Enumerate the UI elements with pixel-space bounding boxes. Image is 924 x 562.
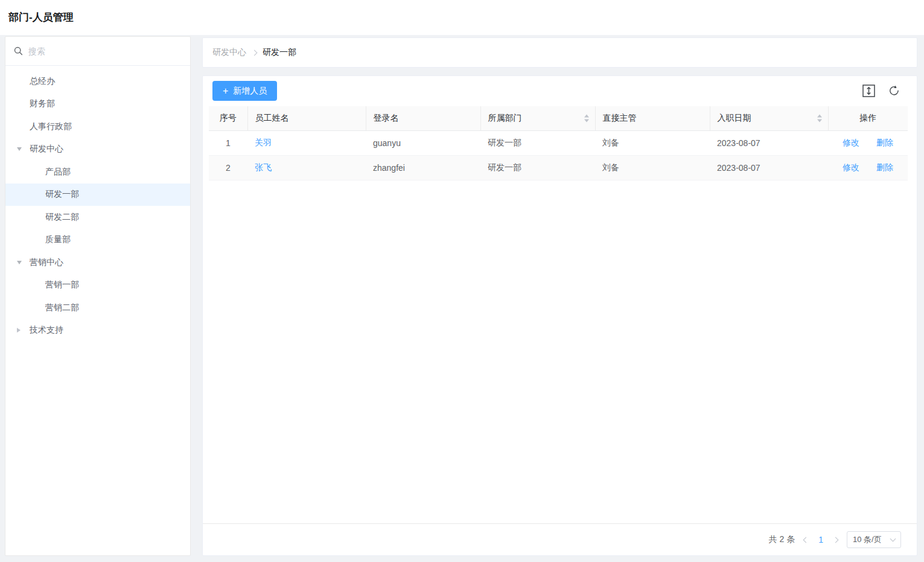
tree-node-label: 产品部 bbox=[45, 167, 71, 177]
column-header-login: 登录名 bbox=[366, 106, 480, 130]
tree-node-label: 营销二部 bbox=[45, 302, 79, 313]
cell-manager: 刘备 bbox=[595, 130, 710, 155]
table-row: 2 张飞 zhangfei 研发一部 刘备 2023-08-07 修改 删除 bbox=[209, 155, 908, 180]
delete-link[interactable]: 删除 bbox=[876, 138, 893, 147]
cell-actions: 修改 删除 bbox=[828, 130, 908, 155]
column-header-index: 序号 bbox=[209, 106, 247, 130]
cell-department: 研发一部 bbox=[480, 130, 595, 155]
tree-node-label: 营销中心 bbox=[30, 257, 63, 268]
cell-department: 研发一部 bbox=[480, 155, 595, 180]
edit-link[interactable]: 修改 bbox=[843, 162, 859, 172]
tree-node-label: 人事行政部 bbox=[30, 121, 72, 132]
employee-table: 序号 员工姓名 登录名 所属部门 直接主管 入职日期 操作 bbox=[209, 106, 908, 180]
cell-manager: 刘备 bbox=[595, 155, 710, 180]
tree-node[interactable]: 营销中心 bbox=[5, 251, 190, 274]
tree-node[interactable]: 财务部 bbox=[5, 93, 190, 116]
caret-right-icon[interactable] bbox=[17, 328, 21, 333]
add-person-button[interactable]: + 新增人员 bbox=[212, 81, 277, 101]
plus-icon: + bbox=[223, 86, 228, 96]
top-bar: 部门-人员管理 bbox=[0, 0, 924, 35]
tree-node-label: 质量部 bbox=[45, 234, 71, 245]
page-title: 部门-人员管理 bbox=[8, 0, 74, 35]
sort-carets-icon[interactable] bbox=[584, 114, 589, 122]
tree-node[interactable]: 技术支持 bbox=[5, 319, 190, 342]
department-sidebar: 总经办 财务部 人事行政部 研发中心 产品部 研发一部 研发二部 质量部 营销中… bbox=[5, 36, 191, 556]
caret-down-icon[interactable] bbox=[17, 147, 22, 151]
breadcrumb-item-current: 研发一部 bbox=[263, 47, 296, 58]
employee-name-link[interactable]: 张飞 bbox=[255, 162, 272, 172]
cell-index: 1 bbox=[209, 130, 247, 155]
tree-node-label: 总经办 bbox=[30, 76, 55, 87]
tree-node[interactable]: 总经办 bbox=[5, 70, 190, 93]
cell-name: 张飞 bbox=[247, 155, 366, 180]
cell-login: zhangfei bbox=[366, 155, 480, 180]
delete-link[interactable]: 删除 bbox=[876, 162, 893, 172]
pagination-total: 共 2 条 bbox=[769, 534, 795, 545]
tree-node-label: 营销一部 bbox=[45, 279, 79, 290]
column-header-actions: 操作 bbox=[828, 106, 908, 130]
employee-name-link[interactable]: 关羽 bbox=[255, 138, 272, 147]
cell-name: 关羽 bbox=[247, 130, 366, 155]
table-row: 1 关羽 guanyu 研发一部 刘备 2023-08-07 修改 删除 bbox=[209, 130, 908, 155]
column-header-hire-date[interactable]: 入职日期 bbox=[710, 106, 828, 130]
chevron-down-icon bbox=[890, 535, 896, 541]
cell-hire-date: 2023-08-07 bbox=[710, 130, 828, 155]
cell-index: 2 bbox=[209, 155, 247, 180]
refresh-icon[interactable] bbox=[888, 85, 900, 97]
tree-node[interactable]: 营销二部 bbox=[5, 296, 190, 319]
sort-carets-icon[interactable] bbox=[817, 114, 822, 122]
page-size-select[interactable]: 10 条/页 bbox=[847, 531, 901, 548]
prev-page-button[interactable] bbox=[803, 537, 809, 543]
tree-node[interactable]: 人事行政部 bbox=[5, 115, 190, 138]
column-header-name: 员工姓名 bbox=[247, 106, 366, 130]
sidebar-search bbox=[5, 37, 190, 66]
column-header-department[interactable]: 所属部门 bbox=[480, 106, 595, 130]
cell-actions: 修改 删除 bbox=[828, 155, 908, 180]
table-tool-icons bbox=[862, 85, 900, 97]
tree-node-label: 研发一部 bbox=[45, 189, 79, 200]
breadcrumb-item-parent[interactable]: 研发中心 bbox=[212, 47, 246, 58]
tree-node-label: 研发中心 bbox=[30, 144, 63, 155]
next-page-button[interactable] bbox=[832, 537, 839, 543]
breadcrumb-separator-icon bbox=[252, 49, 258, 56]
personnel-panel: + 新增人员 bbox=[202, 75, 917, 556]
edit-link[interactable]: 修改 bbox=[843, 138, 859, 147]
tree-node[interactable]: 研发二部 bbox=[5, 206, 190, 229]
breadcrumb: 研发中心 研发一部 bbox=[202, 37, 917, 68]
tree-node[interactable]: 质量部 bbox=[5, 229, 190, 252]
tree-node-selected[interactable]: 研发一部 bbox=[5, 184, 190, 206]
tree-node[interactable]: 营销一部 bbox=[5, 274, 190, 297]
pagination: 共 2 条 1 10 条/页 bbox=[203, 523, 917, 555]
search-input[interactable] bbox=[28, 46, 182, 56]
page-number[interactable]: 1 bbox=[817, 535, 824, 544]
cell-login: guanyu bbox=[366, 130, 480, 155]
page-size-value: 10 条/页 bbox=[853, 534, 882, 545]
tree-node[interactable]: 研发中心 bbox=[5, 138, 190, 161]
caret-down-icon[interactable] bbox=[17, 261, 22, 264]
tree-node-label: 研发二部 bbox=[45, 212, 79, 223]
search-icon bbox=[14, 46, 23, 56]
tree-node-label: 财务部 bbox=[30, 98, 55, 109]
table-header-row: 序号 员工姓名 登录名 所属部门 直接主管 入职日期 操作 bbox=[209, 106, 908, 130]
row-height-icon[interactable] bbox=[862, 85, 875, 97]
tree-node-label: 技术支持 bbox=[30, 325, 63, 336]
table-toolbar: + 新增人员 bbox=[203, 76, 917, 106]
department-tree: 总经办 财务部 人事行政部 研发中心 产品部 研发一部 研发二部 质量部 营销中… bbox=[5, 66, 190, 342]
cell-hire-date: 2023-08-07 bbox=[710, 155, 828, 180]
column-header-manager: 直接主管 bbox=[595, 106, 710, 130]
add-person-button-label: 新增人员 bbox=[233, 86, 267, 97]
tree-node[interactable]: 产品部 bbox=[5, 161, 190, 184]
